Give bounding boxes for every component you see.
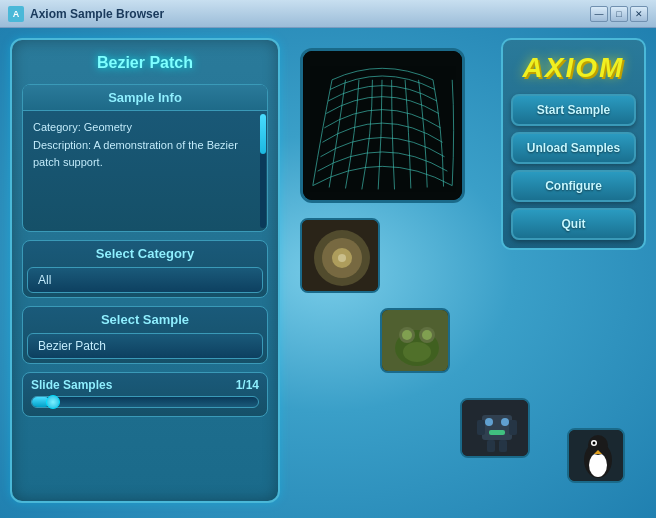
category-text: Category: Geometry	[33, 119, 257, 137]
start-sample-button[interactable]: Start Sample	[511, 94, 636, 126]
svg-point-13	[403, 342, 431, 362]
quit-button[interactable]: Quit	[511, 208, 636, 240]
frog-svg	[382, 310, 450, 373]
ceiling-svg	[302, 220, 380, 293]
svg-rect-17	[509, 420, 517, 435]
slide-counter: 1/14	[236, 378, 259, 392]
panel-title: Bezier Patch	[22, 50, 268, 76]
window-controls: — □ ✕	[590, 6, 648, 22]
sample-field[interactable]: Bezier Patch	[27, 333, 263, 359]
configure-button[interactable]: Configure	[511, 170, 636, 202]
svg-rect-18	[487, 440, 495, 452]
svg-point-12	[422, 330, 432, 340]
svg-point-21	[501, 418, 509, 426]
slide-samples-label: Slide Samples	[31, 378, 112, 392]
main-area: Bezier Patch Sample Info Category: Geome…	[0, 28, 656, 518]
window-title: Axiom Sample Browser	[30, 7, 590, 21]
svg-point-11	[402, 330, 412, 340]
left-panel: Bezier Patch Sample Info Category: Geome…	[10, 38, 280, 503]
select-category-section: Select Category All	[22, 240, 268, 298]
robot-svg	[462, 400, 530, 458]
scroll-bar[interactable]	[260, 114, 266, 228]
svg-rect-19	[499, 440, 507, 452]
category-field[interactable]: All	[27, 267, 263, 293]
app-icon: A	[8, 6, 24, 22]
svg-rect-16	[477, 420, 485, 435]
thumbnail-bird[interactable]	[567, 428, 625, 483]
svg-rect-6	[302, 220, 380, 293]
sample-info-content: Category: Geometry Description: A demons…	[23, 111, 267, 231]
sample-info-section: Sample Info Category: Geometry Descripti…	[22, 84, 268, 232]
thumbnail-ceiling[interactable]	[300, 218, 380, 293]
unload-samples-button[interactable]: Unload Samples	[511, 132, 636, 164]
svg-rect-15	[482, 415, 512, 440]
select-category-label: Select Category	[23, 241, 267, 263]
axiom-logo: AXIOM	[515, 48, 633, 88]
select-sample-label: Select Sample	[23, 307, 267, 329]
thumbnail-frog[interactable]	[380, 308, 450, 373]
minimize-button[interactable]: —	[590, 6, 608, 22]
slider-thumb[interactable]	[46, 395, 60, 409]
description-text: Description: A demonstration of the Bezi…	[33, 137, 257, 172]
bezier-grid-svg	[303, 51, 462, 200]
maximize-button[interactable]: □	[610, 6, 628, 22]
svg-rect-0	[303, 51, 462, 200]
title-bar: A Axiom Sample Browser — □ ✕	[0, 0, 656, 28]
bird-svg	[569, 430, 625, 483]
slider-track[interactable]	[31, 396, 259, 408]
svg-rect-22	[489, 430, 505, 435]
sample-info-header: Sample Info	[23, 85, 267, 111]
slide-samples-section: Slide Samples 1/14	[22, 372, 268, 417]
slider-label-row: Slide Samples 1/14	[31, 378, 259, 392]
slider-section: Slide Samples 1/14	[23, 373, 267, 416]
scroll-thumb[interactable]	[260, 114, 266, 154]
select-sample-section: Select Sample Bezier Patch	[22, 306, 268, 364]
close-button[interactable]: ✕	[630, 6, 648, 22]
axiom-panel: AXIOM Start Sample Unload Samples Config…	[501, 38, 646, 250]
sample-info-box: Sample Info Category: Geometry Descripti…	[22, 84, 268, 232]
svg-point-25	[589, 453, 607, 477]
main-thumbnail	[300, 48, 465, 203]
thumbnail-robot[interactable]	[460, 398, 530, 458]
svg-point-20	[485, 418, 493, 426]
svg-point-28	[593, 442, 596, 445]
